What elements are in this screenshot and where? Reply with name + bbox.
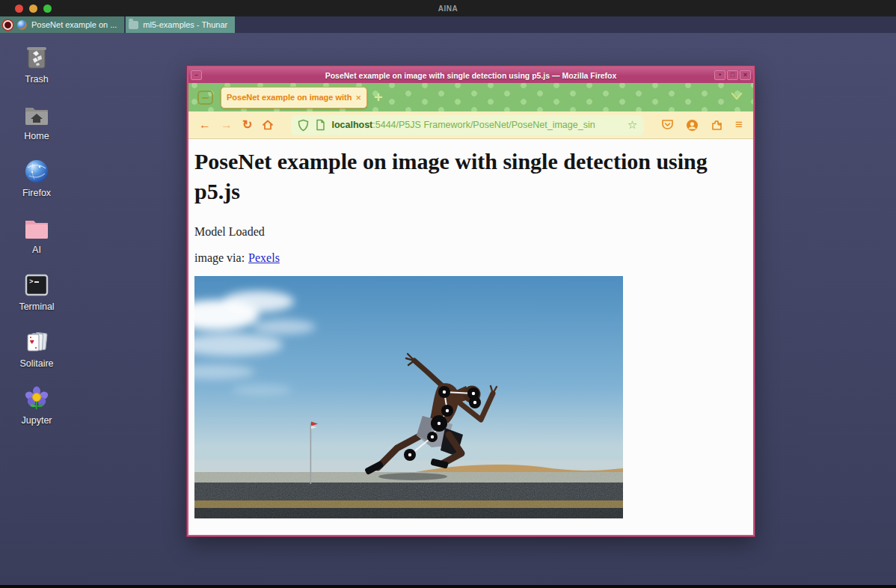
desktop-icon-home[interactable]: Home <box>22 100 51 141</box>
taskbar-item-label: ml5-examples - Thunar <box>143 20 227 29</box>
desktop-icon-label: Trash <box>25 74 49 85</box>
firefox-icon <box>17 20 27 30</box>
desktop-icon-solitaire[interactable]: ♥ Solitaire <box>19 328 53 369</box>
taskbar: PoseNet example on ... ml5-examples - Th… <box>0 16 896 33</box>
url-path: :5444/P5JS Framework/PoseNet/PoseNet_ima… <box>372 120 595 130</box>
screen-bottom-strip <box>0 585 896 588</box>
reload-button[interactable]: ↻ <box>242 119 252 131</box>
credit-prefix: image via: <box>194 251 245 264</box>
url-fade <box>604 115 626 135</box>
url-host: localhost <box>331 120 372 130</box>
solitaire-cards-icon: ♥ <box>22 328 51 356</box>
menubar-title: AINA <box>0 4 896 13</box>
window-maximize-button[interactable]: □ <box>727 70 738 80</box>
home-button-icon[interactable] <box>262 119 274 131</box>
desktop-icon-label: Firefox <box>22 188 51 198</box>
trash-icon <box>22 43 51 72</box>
menubar: AINA <box>0 0 896 16</box>
window-titlebar[interactable]: – PoseNet example on image with single d… <box>188 67 753 83</box>
tab-close-icon[interactable]: × <box>355 93 361 102</box>
active-tab[interactable]: PoseNet example on image with × <box>221 87 367 108</box>
recorder-icon <box>3 20 13 30</box>
desktop-icon-firefox[interactable]: Firefox <box>22 157 51 198</box>
new-tab-button[interactable]: + <box>374 90 383 105</box>
window-shade-button[interactable]: • <box>714 70 725 80</box>
tab-bar: PoseNet example on image with × + <box>188 83 753 111</box>
desktop-icon-label: Terminal <box>19 301 54 312</box>
home-folder-icon <box>22 100 51 129</box>
flag-pole <box>310 423 312 484</box>
firefox-window: – PoseNet example on image with single d… <box>187 66 755 536</box>
image-credit-line: image via:Pexels <box>194 251 747 265</box>
flower-icon <box>22 385 51 413</box>
desktop-icon-label: Home <box>24 131 49 141</box>
model-status-text: Model Loaded <box>194 225 747 239</box>
firefox-globe-icon <box>22 157 51 186</box>
taskbar-item-firefox[interactable]: PoseNet example on ... <box>0 16 124 33</box>
folder-icon <box>129 21 138 29</box>
url-bar[interactable]: localhost:5444/P5JS Framework/PoseNet/Po… <box>291 115 644 135</box>
desktop-icon-column: Trash Home Firefox <box>7 43 66 426</box>
tab-overflow-chevron-icon[interactable] <box>731 92 743 101</box>
back-button[interactable]: ← <box>199 119 211 131</box>
desktop-icon-label: Jupyter <box>22 415 52 426</box>
toolbar-action-icons: ≡ <box>661 117 743 132</box>
firefox-view-icon[interactable] <box>197 91 213 105</box>
taskbar-item-thunar[interactable]: ml5-examples - Thunar <box>126 16 235 33</box>
url-text: localhost:5444/P5JS Framework/PoseNet/Po… <box>331 120 625 130</box>
menu-hamburger-icon[interactable]: ≡ <box>735 117 743 132</box>
shield-icon[interactable] <box>298 119 309 132</box>
desktop-icon-jupyter[interactable]: Jupyter <box>22 385 52 426</box>
pink-folder-icon <box>22 214 51 242</box>
page-content: PoseNet example on image with single det… <box>188 139 753 535</box>
pexels-link[interactable]: Pexels <box>248 251 280 264</box>
taskbar-item-label: PoseNet example on ... <box>31 20 117 29</box>
svg-text:♥: ♥ <box>30 337 34 346</box>
account-icon[interactable] <box>686 119 699 132</box>
desktop-icon-terminal[interactable]: > Terminal <box>19 271 54 312</box>
posenet-result-image <box>194 276 623 518</box>
forward-button[interactable]: → <box>221 119 233 131</box>
desktop-icon-trash[interactable]: Trash <box>22 43 51 85</box>
page-title: PoseNet example on image with single det… <box>194 147 729 206</box>
tab-title: PoseNet example on image with <box>227 93 352 102</box>
extensions-puzzle-icon[interactable] <box>711 119 723 132</box>
desktop-icon-label: AI <box>32 245 41 255</box>
window-title: PoseNet example on image with single det… <box>188 71 753 80</box>
bookmark-star-icon[interactable]: ☆ <box>627 118 637 132</box>
pocket-icon[interactable] <box>661 119 674 131</box>
desktop-icon-label: Solitaire <box>19 358 53 369</box>
page-info-icon[interactable] <box>316 119 325 131</box>
address-toolbar: ← → ↻ localhost:5444/P5JS Framework/Pose… <box>188 111 753 139</box>
terminal-icon: > <box>22 271 51 299</box>
window-menu-button[interactable]: – <box>191 70 202 80</box>
svg-text:>: > <box>29 278 33 286</box>
window-close-button[interactable]: × <box>740 70 751 80</box>
desktop-icon-ai[interactable]: AI <box>22 214 51 255</box>
